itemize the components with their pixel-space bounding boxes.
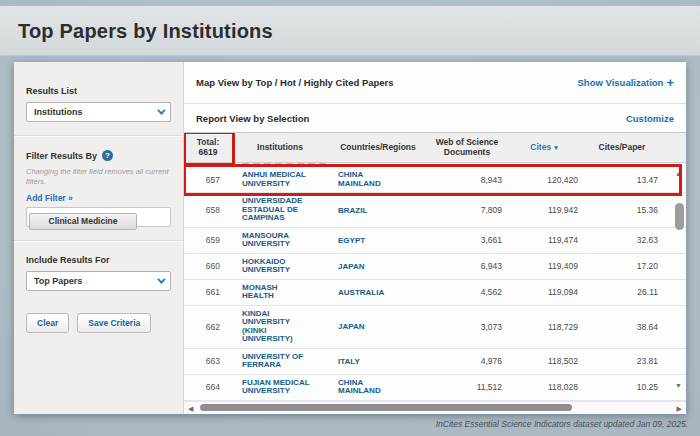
cites-per-paper-cell: 32.63 [582, 231, 662, 249]
institution-cell: UNIVERSITY OF FERRARA [232, 349, 328, 374]
cites-cell: 120,420 [506, 171, 582, 189]
documents-cell: 4,976 [428, 352, 506, 370]
include-results-value: Top Papers [34, 276, 82, 286]
active-filter-chip[interactable]: Clinical Medicine [29, 213, 137, 230]
institution-cell: MANSOURA UNIVERSITY [232, 228, 328, 253]
include-results-label: Include Results For [26, 255, 171, 265]
page-title: Top Papers by Institutions [0, 6, 700, 43]
column-header-cites-sort[interactable]: Cites ▾ [506, 133, 582, 162]
country-cell: ITALY [328, 352, 428, 371]
page-background: Top Papers by Institutions Results List … [0, 0, 700, 436]
country-label: ITALY [338, 358, 360, 367]
sidebar: Results List Institutions Filter Results… [14, 62, 184, 414]
country-cell: CHINA MAINLAND [328, 375, 428, 400]
report-view-bar: Report View by Selection Customize [184, 103, 686, 132]
filter-results-label: Filter Results By [26, 151, 97, 161]
save-criteria-button[interactable]: Save Criteria [77, 313, 151, 333]
table-header-row: Total: 6619 Institutions Countries/Regio… [184, 133, 686, 163]
cites-cell: 119,094 [506, 283, 582, 301]
institution-cell: KINDAI UNIVERSITY (KINKI UNIVERSITY) [232, 306, 328, 348]
main-panel: Map View by Top / Hot / Highly Cited Pap… [184, 62, 686, 414]
cites-per-paper-cell: 23.81 [582, 352, 662, 370]
documents-cell: 8,943 [428, 171, 506, 189]
country-label: JAPAN [338, 323, 365, 332]
table-row-664[interactable]: 664 FUJIAN MEDICAL UNIVERSITY CHINA MAIN… [184, 375, 686, 401]
cites-per-paper-cell: 17.20 [582, 257, 662, 275]
chevron-down-icon [157, 275, 165, 283]
map-view-bar: Map View by Top / Hot / Highly Cited Pap… [184, 62, 686, 103]
country-label: JAPAN [338, 263, 365, 272]
scroll-left-icon[interactable]: ◀ [188, 405, 193, 412]
rank-cell: 659 [184, 231, 232, 249]
vertical-scrollbar-thumb[interactable] [675, 203, 684, 230]
country-cell: EGYPT [328, 231, 428, 250]
rank-cell: 661 [184, 283, 232, 301]
documents-cell: 6,943 [428, 257, 506, 275]
clear-button[interactable]: Clear [26, 313, 69, 333]
country-cell: BRAZIL [328, 201, 428, 220]
clipped-previous-row [184, 163, 686, 167]
institution-link[interactable]: UNIVERSITY OF FERRARA [242, 353, 310, 370]
rank-cell: 663 [184, 352, 232, 370]
show-visualization-link[interactable]: Show Visualization+ [578, 75, 674, 90]
horizontal-scrollbar[interactable]: ◀ ▶ [184, 401, 686, 413]
results-table: Total: 6619 Institutions Countries/Regio… [184, 132, 686, 413]
cites-cell: 119,942 [506, 201, 582, 219]
table-row-662[interactable]: 662 KINDAI UNIVERSITY (KINKI UNIVERSITY)… [184, 306, 686, 349]
institution-cell: UNIVERSIDADE ESTADUAL DE CAMPINAS [232, 193, 328, 227]
results-list-label: Results List [26, 86, 171, 96]
documents-cell: 3,073 [428, 318, 506, 336]
country-cell: JAPAN [328, 257, 428, 276]
table-row-659[interactable]: 659 MANSOURA UNIVERSITY EGYPT 3,661 119,… [184, 228, 686, 254]
cites-cell: 119,409 [506, 257, 582, 275]
country-label: CHINA MAINLAND [338, 379, 400, 396]
cites-cell: 118,502 [506, 352, 582, 370]
table-row-658[interactable]: 658 UNIVERSIDADE ESTADUAL DE CAMPINAS BR… [184, 193, 686, 228]
table-row-657[interactable]: 657 ANHUI MEDICAL UNIVERSITY CHINA MAINL… [184, 167, 686, 193]
title-band: Top Papers by Institutions [0, 6, 700, 56]
cites-cell: 119,474 [506, 231, 582, 249]
documents-cell: 4,562 [428, 283, 506, 301]
customize-link[interactable]: Customize [626, 113, 674, 124]
institution-link[interactable]: MONASH HEALTH [242, 284, 310, 301]
table-row-661[interactable]: 661 MONASH HEALTH AUSTRALIA 4,562 119,09… [184, 280, 686, 306]
cites-cell: 118,729 [506, 318, 582, 336]
table-row-660[interactable]: 660 HOKKAIDO UNIVERSITY JAPAN 6,943 119,… [184, 254, 686, 280]
rank-cell: 658 [184, 201, 232, 219]
column-header-documents: Web of Science Documents [428, 133, 506, 162]
table-row-663[interactable]: 663 UNIVERSITY OF FERRARA ITALY 4,976 11… [184, 349, 686, 375]
sort-down-icon: ▾ [554, 143, 558, 153]
column-header-countries: Countries/Regions [328, 133, 428, 162]
documents-cell: 11,512 [428, 378, 506, 396]
country-label: CHINA MAINLAND [338, 171, 400, 188]
institution-link[interactable]: UNIVERSIDADE ESTADUAL DE CAMPINAS [242, 197, 310, 223]
country-cell: CHINA MAINLAND [328, 167, 428, 192]
rank-cell: 662 [184, 318, 232, 336]
clipped-row-remnant [242, 163, 328, 166]
institution-link[interactable]: FUJIAN MEDICAL UNIVERSITY [242, 379, 310, 396]
rank-cell: 660 [184, 257, 232, 275]
add-filter-link[interactable]: Add Filter » [26, 193, 171, 203]
filter-field[interactable]: Clinical Medicine [26, 207, 171, 227]
institution-cell: MONASH HEALTH [232, 280, 328, 305]
cites-per-paper-cell: 26.11 [582, 283, 662, 301]
scroll-down-icon[interactable]: ▼ [675, 382, 682, 389]
institution-link[interactable]: ANHUI MEDICAL UNIVERSITY [242, 171, 310, 188]
country-label: BRAZIL [338, 207, 367, 216]
institution-link[interactable]: HOKKAIDO UNIVERSITY [242, 258, 310, 275]
include-results-dropdown[interactable]: Top Papers [26, 271, 171, 291]
scroll-up-icon[interactable]: ▲ [675, 170, 682, 177]
map-view-title: Map View by Top / Hot / Highly Cited Pap… [196, 77, 394, 88]
total-header-cell: Total: 6619 [184, 133, 232, 162]
institution-link[interactable]: KINDAI UNIVERSITY (KINKI UNIVERSITY) [242, 310, 310, 344]
results-list-dropdown[interactable]: Institutions [26, 102, 171, 122]
report-view-title: Report View by Selection [196, 113, 309, 124]
scroll-right-icon[interactable]: ▶ [677, 405, 682, 412]
column-header-cites-per-paper: Cites/Paper [582, 133, 662, 162]
horizontal-scrollbar-thumb[interactable] [200, 404, 572, 411]
institution-cell: ANHUI MEDICAL UNIVERSITY [232, 167, 328, 192]
cites-cell: 118,028 [506, 378, 582, 396]
institution-link[interactable]: MANSOURA UNIVERSITY [242, 232, 310, 249]
sidebar-divider [14, 240, 183, 242]
help-question-icon[interactable]: ? [102, 150, 113, 161]
